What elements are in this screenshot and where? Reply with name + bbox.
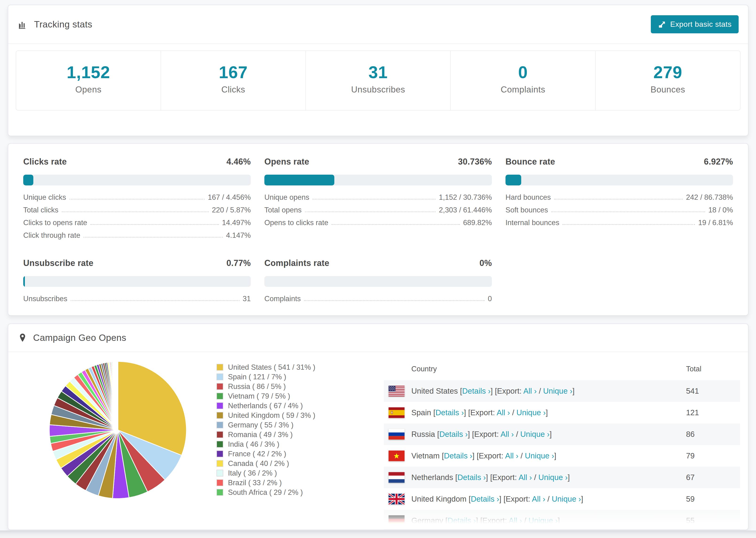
country-name: Spain [ bbox=[411, 408, 436, 417]
flag-ru-icon bbox=[389, 429, 405, 440]
flag-vn-icon bbox=[389, 451, 405, 461]
rate-row-label: Unique opens bbox=[264, 193, 309, 202]
legend-label: Brazil ( 33 / 2% ) bbox=[228, 479, 282, 487]
legend-label: Romania ( 49 / 3% ) bbox=[228, 430, 293, 439]
details-link[interactable]: Details › bbox=[444, 452, 472, 460]
rate-section: Bounce rate6.927%Hard bounces242 / 86.73… bbox=[506, 157, 733, 242]
legend-item[interactable]: Germany ( 55 / 3% ) bbox=[216, 420, 315, 430]
rate-row-value: 19 / 6.81% bbox=[698, 219, 733, 227]
tracking-stats-header: Tracking stats Export basic stats bbox=[8, 5, 748, 44]
bracket-close: ] bbox=[550, 430, 552, 439]
bracket-close: ] bbox=[546, 408, 548, 417]
details-link[interactable]: Details › bbox=[448, 516, 476, 525]
export-unique-link[interactable]: Unique › bbox=[543, 387, 572, 395]
rate-row: Unsubscribes31 bbox=[23, 293, 251, 305]
card-title-tracking-stats: Tracking stats bbox=[34, 19, 92, 29]
export-all-link[interactable]: All › bbox=[501, 430, 514, 439]
stat-value: 1,152 bbox=[16, 63, 161, 82]
legend-item[interactable]: Spain ( 121 / 7% ) bbox=[216, 372, 315, 382]
legend-item[interactable]: France ( 42 / 2% ) bbox=[216, 449, 315, 459]
bracket-close: ] bbox=[554, 452, 556, 460]
rate-row-value: 4.147% bbox=[226, 231, 251, 240]
dotted-leader bbox=[332, 224, 460, 225]
pie-slice[interactable] bbox=[118, 361, 118, 430]
export-all-link[interactable]: All › bbox=[523, 387, 537, 395]
export-unique-link[interactable]: Unique › bbox=[538, 473, 568, 482]
legend-item[interactable]: United Kingdom ( 59 / 3% ) bbox=[216, 410, 315, 420]
country-cell: Spain [Details ›] [Export: All › / Uniqu… bbox=[411, 408, 686, 417]
country-cell: Vietnam [Details ›] [Export: All › / Uni… bbox=[411, 452, 686, 460]
export-unique-link[interactable]: Unique › bbox=[525, 452, 554, 460]
stats-row: 1,152Opens167Clicks31Unsubscribes0Compla… bbox=[16, 50, 740, 111]
legend-item[interactable]: South Africa ( 29 / 2% ) bbox=[216, 488, 315, 497]
slash-text: / bbox=[522, 516, 528, 525]
export-button-label: Export basic stats bbox=[670, 20, 731, 28]
legend-label: Italy ( 36 / 2% ) bbox=[228, 469, 277, 477]
export-all-link[interactable]: All › bbox=[532, 495, 545, 503]
campaign-geo-opens-card: Campaign Geo Opens United States ( 541 /… bbox=[8, 323, 748, 530]
stat-card: 1,152Opens bbox=[16, 51, 161, 110]
rate-section: Complaints rate0%Complaints0 bbox=[264, 258, 492, 305]
export-unique-link[interactable]: Unique › bbox=[516, 408, 546, 417]
export-unique-link[interactable]: Unique › bbox=[528, 516, 558, 525]
table-row: Spain [Details ›] [Export: All › / Uniqu… bbox=[384, 402, 740, 423]
rate-title: Unsubscribe rate bbox=[23, 258, 93, 268]
stat-label: Complaints bbox=[451, 85, 595, 95]
country-name: United States [ bbox=[411, 387, 462, 395]
rates-card: Clicks rate4.46%Unique clicks167 / 4.456… bbox=[8, 143, 748, 316]
total-cell: 67 bbox=[686, 473, 740, 482]
legend-label: Russia ( 86 / 5% ) bbox=[228, 382, 286, 391]
rate-value: 4.46% bbox=[226, 157, 251, 167]
stat-value: 167 bbox=[161, 63, 305, 82]
export-unique-link[interactable]: Unique › bbox=[520, 430, 550, 439]
legend-item[interactable]: United States ( 541 / 31% ) bbox=[216, 362, 315, 372]
export-all-link[interactable]: All › bbox=[497, 408, 510, 417]
legend-item[interactable]: India ( 46 / 3% ) bbox=[216, 439, 315, 449]
rate-row-value: 14.497% bbox=[222, 219, 251, 227]
export-all-link[interactable]: All › bbox=[509, 516, 522, 525]
rate-rows: Unsubscribes31 bbox=[23, 293, 251, 305]
country-name: Germany [ bbox=[411, 516, 448, 525]
legend-swatch bbox=[216, 431, 223, 438]
details-link[interactable]: Details › bbox=[462, 387, 490, 395]
details-link[interactable]: Details › bbox=[439, 430, 468, 439]
country-cell: Germany [Details ›] [Export: All › / Uni… bbox=[411, 516, 686, 525]
legend-item[interactable]: Italy ( 36 / 2% ) bbox=[216, 468, 315, 478]
legend-label: Vietnam ( 79 / 5% ) bbox=[228, 392, 290, 401]
rate-row-value: 0 bbox=[488, 295, 492, 303]
export-unique-link[interactable]: Unique › bbox=[552, 495, 581, 503]
geo-opens-table: Country Total United States [Details ›] … bbox=[384, 358, 740, 530]
flag-gb-icon bbox=[389, 494, 405, 505]
progress-bar-fill bbox=[23, 175, 33, 186]
slash-text: / bbox=[518, 452, 525, 460]
legend-label: France ( 42 / 2% ) bbox=[228, 450, 286, 458]
export-all-link[interactable]: All › bbox=[505, 452, 518, 460]
details-link[interactable]: Details › bbox=[471, 495, 499, 503]
rate-section-header: Clicks rate4.46% bbox=[23, 157, 251, 167]
stat-card: 0Complaints bbox=[451, 51, 596, 110]
stat-card: 31Unsubscribes bbox=[306, 51, 451, 110]
stat-label: Opens bbox=[16, 85, 161, 95]
rate-row: Soft bounces18 / 0% bbox=[506, 204, 733, 216]
legend-swatch bbox=[216, 393, 223, 400]
legend-item[interactable]: Romania ( 49 / 3% ) bbox=[216, 430, 315, 439]
legend-item[interactable]: Russia ( 86 / 5% ) bbox=[216, 382, 315, 391]
details-link[interactable]: Details › bbox=[436, 408, 464, 417]
rate-row-label: Internal bounces bbox=[506, 219, 559, 227]
export-basic-stats-button[interactable]: Export basic stats bbox=[651, 15, 739, 33]
legend-item[interactable]: Canada ( 40 / 2% ) bbox=[216, 459, 315, 468]
legend-swatch bbox=[216, 470, 223, 476]
rate-rows: Unique clicks167 / 4.456%Total clicks220… bbox=[23, 191, 251, 242]
legend-item[interactable]: Brazil ( 33 / 2% ) bbox=[216, 478, 315, 488]
export-all-link[interactable]: All › bbox=[519, 473, 532, 482]
legend-item[interactable]: Vietnam ( 79 / 5% ) bbox=[216, 391, 315, 401]
table-row: United Kingdom [Details ›] [Export: All … bbox=[384, 488, 740, 510]
country-name: United Kingdom [ bbox=[411, 495, 471, 503]
progress-bar-track bbox=[23, 276, 251, 287]
details-link[interactable]: Details › bbox=[458, 473, 486, 482]
legend-swatch bbox=[216, 422, 223, 428]
stat-label: Unsubscribes bbox=[306, 85, 450, 95]
bracket-close: ] bbox=[572, 387, 574, 395]
geo-table-header: Country Total bbox=[384, 358, 740, 380]
legend-item[interactable]: Netherlands ( 67 / 4% ) bbox=[216, 401, 315, 410]
